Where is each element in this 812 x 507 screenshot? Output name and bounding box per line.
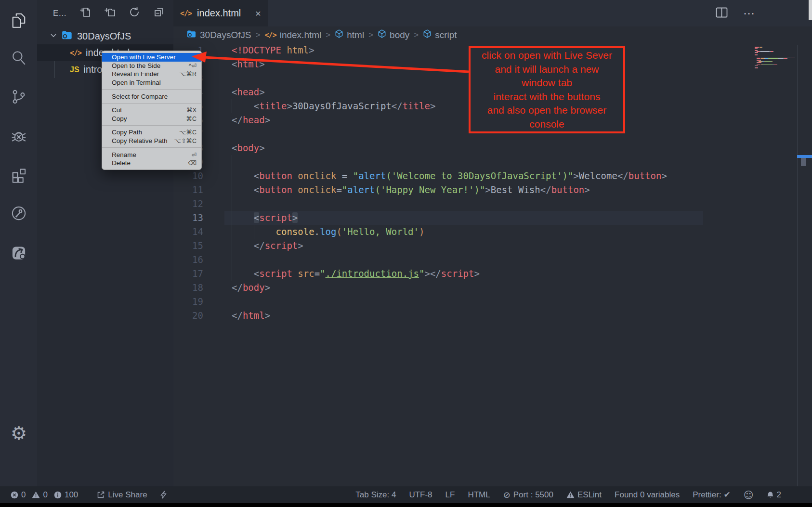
status-item-2[interactable]: 2	[767, 490, 781, 500]
status-item-100[interactable]: 100	[54, 490, 78, 500]
more-actions-icon[interactable]: ⋯	[743, 7, 755, 20]
menu-item-cut[interactable]: Cut⌘X	[102, 106, 201, 115]
breadcrumb-separator: >	[326, 30, 330, 40]
menu-separator	[102, 147, 201, 148]
port-icon: ⊘	[503, 491, 511, 499]
menu-item-open-in-terminal[interactable]: Open in Terminal	[102, 78, 201, 87]
status-item-utf-8[interactable]: UTF-8	[409, 490, 432, 500]
html-file-icon: </>	[180, 9, 192, 18]
overview-ruler-border	[797, 45, 798, 486]
status-label: 100	[65, 490, 78, 500]
line-number: 10	[173, 169, 203, 183]
status-label: 0	[43, 490, 47, 500]
annotation-line: window tab	[471, 76, 623, 90]
live-share-circle-icon[interactable]	[8, 202, 30, 224]
breadcrumb-item-file[interactable]: </> index.html	[265, 30, 322, 40]
menu-item-select-for-compare[interactable]: Select for Compare	[102, 92, 201, 101]
split-editor-icon[interactable]	[716, 7, 728, 20]
cube-icon	[335, 29, 343, 40]
menu-item-copy-relative-path[interactable]: Copy Relative Path⌥⇧⌘C	[102, 137, 201, 145]
status-item-prettier-[interactable]: Prettier: ✔	[693, 490, 730, 500]
new-file-icon[interactable]	[79, 6, 91, 20]
new-folder-icon[interactable]	[104, 6, 116, 20]
code-line-16[interactable]: 16	[173, 253, 812, 267]
annotation-line: and also open the browser	[471, 104, 623, 117]
explorer-title: E…	[53, 9, 66, 18]
breadcrumb-item-script[interactable]: script	[423, 29, 457, 40]
explorer-header: E…	[37, 0, 173, 26]
menu-item-rename[interactable]: Rename⏎	[102, 150, 201, 159]
code-line-18[interactable]: 18</body>	[173, 281, 812, 295]
menu-item-open-to-the-side[interactable]: Open to the Side^⏎	[102, 62, 201, 70]
close-tab-icon[interactable]: ×	[255, 8, 261, 19]
warning-icon	[32, 491, 40, 498]
status-label: HTML	[468, 490, 490, 500]
status-label: 2	[777, 490, 781, 500]
code-line-14[interactable]: 14 console.log('Hello, World')	[173, 225, 812, 239]
menu-item-open-with-live-server[interactable]: Open with Live Server	[102, 53, 201, 62]
status-item-0[interactable]: 0	[32, 490, 47, 500]
code-line-17[interactable]: 17 <script src="./introduction.js"></scr…	[173, 267, 812, 281]
menu-item-reveal-in-finder[interactable]: Reveal in Finder⌥⌘R	[102, 70, 201, 78]
menu-item-delete[interactable]: Delete⌫	[102, 159, 201, 168]
annotation-line: click on open with Live Sever	[471, 49, 623, 63]
line-number: 18	[173, 281, 203, 295]
extensions-icon[interactable]	[8, 164, 30, 186]
folder-row-30DaysOfJS[interactable]: 30DaysOfJS	[37, 28, 173, 45]
status-item-0[interactable]: 0	[11, 490, 26, 500]
status-item-tab-size-4[interactable]: Tab Size: 4	[355, 490, 396, 500]
status-item-smiley[interactable]: ☺	[744, 490, 754, 500]
activity-bar: ⚙	[0, 0, 37, 486]
line-number: 16	[173, 253, 203, 267]
breadcrumb-item-folder[interactable]: 30DaysOfJS	[187, 30, 251, 40]
collapse-folders-icon[interactable]	[153, 6, 165, 20]
breadcrumb-item-body[interactable]: body	[378, 29, 409, 40]
code-line-13[interactable]: 13 <script>	[173, 211, 812, 225]
run-debug-icon[interactable]	[8, 125, 30, 147]
source-control-icon[interactable]	[8, 86, 30, 108]
explorer-icon[interactable]	[8, 9, 30, 31]
status-item-found-0-variables[interactable]: Found 0 variables	[615, 490, 680, 500]
code-line-8[interactable]: 8<body>	[173, 141, 812, 155]
annotation-line: and it will launch a new	[471, 63, 623, 77]
menu-item-copy[interactable]: Copy⌘C	[102, 115, 201, 123]
bottom-edge-strip	[0, 503, 812, 507]
minimap[interactable]	[755, 47, 795, 71]
folder-icon	[187, 30, 196, 40]
code-line-12[interactable]: 12	[173, 197, 812, 211]
status-bar-right: Tab Size: 4UTF-8LFHTML⊘Port : 5500ESLint…	[355, 490, 812, 500]
code-line-10[interactable]: 10 <button onclick = "alert('Welcome to …	[173, 169, 812, 183]
cube-icon	[423, 29, 432, 40]
code-line-20[interactable]: 20</html>	[173, 309, 812, 323]
status-item-port-5500[interactable]: ⊘Port : 5500	[503, 490, 553, 500]
code-line-9[interactable]: 9	[173, 155, 812, 169]
status-label: Live Share	[108, 490, 147, 500]
html-file-icon: </>	[265, 31, 276, 39]
editor-actions: ⋯	[716, 0, 755, 26]
status-label: Found 0 variables	[615, 490, 680, 500]
code-line-11[interactable]: 11 <button onclick="alert('Happy New Yea…	[173, 183, 812, 197]
status-label: LF	[445, 490, 455, 500]
status-item-live-share[interactable]: Live Share	[97, 490, 147, 500]
refresh-icon[interactable]	[129, 6, 140, 20]
search-icon[interactable]	[8, 47, 30, 69]
status-item-lf[interactable]: LF	[445, 490, 455, 500]
line-number: 15	[173, 239, 203, 253]
menu-separator	[102, 89, 201, 90]
line-number: 14	[173, 225, 203, 239]
info-icon	[54, 491, 62, 499]
line-number: 13	[173, 211, 203, 225]
status-item-html[interactable]: HTML	[468, 490, 490, 500]
status-item-eslint[interactable]: ESLint	[566, 490, 602, 500]
menu-item-copy-path[interactable]: Copy Path⌥⌘C	[102, 128, 201, 137]
settings-gear-icon[interactable]: ⚙	[8, 422, 30, 444]
code-line-19[interactable]: 19	[173, 295, 812, 309]
code-line-15[interactable]: 15 </script>	[173, 239, 812, 253]
go-live-share-icon[interactable]	[8, 241, 30, 263]
line-number: 20	[173, 309, 203, 323]
tab-index-html[interactable]: </> index.html ×	[173, 0, 268, 26]
scrollbar-thumb[interactable]	[801, 158, 806, 166]
cube-icon	[378, 29, 386, 40]
status-item-bolt[interactable]	[160, 491, 167, 499]
breadcrumb-item-html[interactable]: html	[335, 29, 364, 40]
